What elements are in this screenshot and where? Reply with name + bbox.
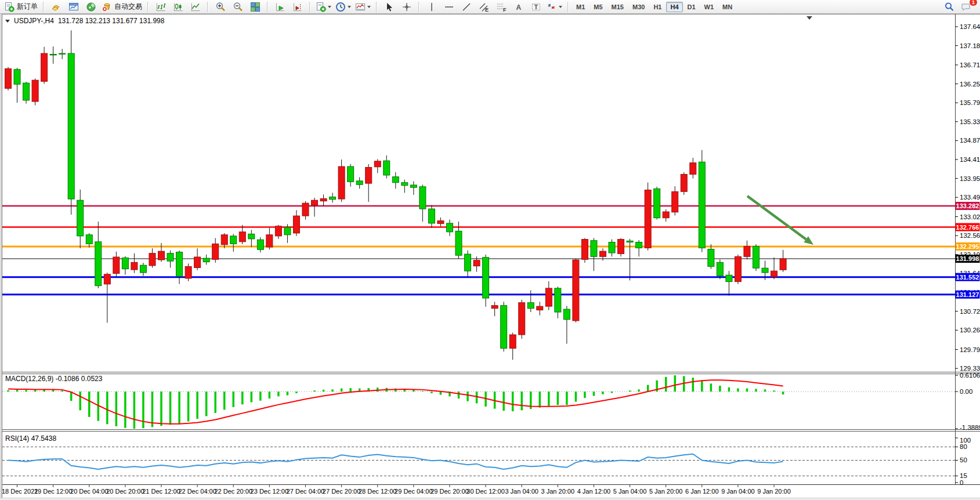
signals-button[interactable]	[82, 1, 99, 13]
candle-body-up	[374, 161, 381, 167]
level-price-label: 131.127	[956, 291, 979, 298]
candle-body-up	[113, 257, 120, 273]
timeframe-button-H1[interactable]: H1	[649, 2, 666, 12]
new-chart-button[interactable]	[314, 1, 333, 13]
zoom-out-icon	[233, 2, 243, 12]
svg-text:A: A	[516, 3, 521, 11]
bar-chart-type-button[interactable]	[152, 1, 169, 13]
toolbar-separator	[147, 2, 149, 12]
candle-body-up	[320, 198, 327, 201]
candle-body-up	[473, 260, 480, 266]
crosshair-tool-button[interactable]	[398, 1, 415, 13]
candle-body-up	[545, 288, 552, 306]
search-button[interactable]	[941, 1, 957, 13]
candle-body-up	[663, 212, 669, 218]
time-axis-label: 19 Dec 12:00	[34, 488, 72, 495]
chart-shift-icon	[292, 2, 303, 12]
timeframe-button-W1[interactable]: W1	[700, 2, 718, 12]
time-axis-label: 28 Dec 12:00	[359, 488, 396, 495]
toolbar-separator	[567, 2, 569, 12]
arrows-tool-icon	[547, 2, 557, 12]
candle-body-up	[366, 167, 372, 183]
candle-body-down	[50, 55, 56, 55]
time-axis-label: 27 Dec 20:00	[323, 488, 360, 495]
new-order-label: 新订单	[17, 2, 38, 12]
notification-badge: 1	[969, 0, 978, 6]
candle-body-down	[356, 181, 363, 184]
timeframe-button-M5[interactable]: M5	[590, 2, 606, 12]
trendline-tool-button[interactable]	[458, 1, 475, 13]
time-axis-label: 21 Dec 12:00	[142, 488, 180, 495]
candle-body-up	[104, 274, 110, 284]
candle-body-down	[203, 258, 209, 262]
candlestick-chart-type-button[interactable]	[169, 1, 186, 13]
candle-body-down	[330, 197, 336, 200]
time-axis-label: 9 Jan 04:00	[721, 488, 755, 495]
timeframe-button-H4[interactable]: H4	[666, 2, 682, 12]
candlestick-chart-icon	[173, 2, 183, 12]
timeframe-button-MN[interactable]: MN	[718, 2, 736, 12]
candle-body-up	[581, 240, 588, 260]
candle-body-down	[753, 247, 759, 269]
auto-scroll-button[interactable]	[272, 1, 288, 13]
candle-body-down	[95, 242, 102, 286]
zoom-in-button[interactable]	[212, 1, 229, 13]
cursor-icon	[384, 2, 395, 12]
candle-body-down	[348, 166, 354, 182]
level-price-label: 133.282	[956, 202, 979, 209]
arrows-tool-button[interactable]	[545, 1, 564, 13]
clock-icon	[335, 2, 346, 12]
templates-button[interactable]	[353, 1, 373, 13]
candle-body-up	[645, 190, 651, 248]
svg-text:F: F	[503, 6, 507, 12]
candle-body-down	[402, 183, 408, 186]
zoom-in-icon	[215, 2, 226, 12]
periods-button[interactable]	[334, 1, 353, 13]
line-chart-type-button[interactable]	[187, 1, 204, 13]
candle-body-down	[465, 254, 471, 271]
fibonacci-icon: F	[496, 2, 507, 12]
price-tick-label: 136.710	[960, 61, 980, 68]
candle-body-down	[167, 253, 173, 261]
timeframe-button-M30[interactable]: M30	[628, 2, 649, 12]
price-tick-label: 132.560	[960, 232, 980, 239]
candle-body-down	[86, 235, 92, 244]
symbol-dropdown-icon[interactable]	[5, 20, 10, 23]
timeframe-button-M1[interactable]: M1	[572, 2, 589, 12]
tile-windows-button[interactable]	[247, 1, 263, 13]
text-tool-icon: A	[513, 2, 524, 12]
price-tick-label: 133.950	[960, 175, 980, 182]
price-tick-label: 133.020	[960, 213, 980, 220]
text-label-tool-button[interactable]: T	[527, 1, 544, 13]
vertical-line-tool-button[interactable]	[423, 1, 440, 13]
candle-body-up	[158, 251, 165, 260]
text-label-icon: T	[531, 2, 541, 12]
price-tick-label: 134.870	[960, 137, 980, 144]
chart-shift-button[interactable]	[289, 1, 306, 13]
chart-window-button[interactable]	[65, 1, 82, 13]
timeframe-button-D1[interactable]: D1	[684, 2, 700, 12]
candle-body-up	[185, 266, 191, 278]
equidistant-channel-tool-button[interactable]: E	[475, 1, 492, 13]
crosshair-icon	[402, 2, 412, 12]
candle-body-down	[654, 189, 660, 218]
cursor-tool-button[interactable]	[381, 1, 397, 13]
price-tick-label: 137.180	[960, 42, 980, 49]
level-price-label: 132.295	[956, 243, 979, 250]
candle-body-down	[122, 258, 128, 269]
horizontal-line-tool-button[interactable]	[440, 1, 457, 13]
new-order-button[interactable]: 新订单	[2, 1, 39, 13]
fibonacci-tool-button[interactable]: F	[493, 1, 509, 13]
level-price-label: 131.552	[956, 274, 979, 281]
chat-button[interactable]: 1	[957, 1, 974, 13]
market-watch-button[interactable]	[48, 1, 64, 13]
chart-symbol-period: USDJPY-,H4	[14, 17, 54, 25]
zoom-out-button[interactable]	[229, 1, 246, 13]
toolbar-right: 1	[941, 1, 978, 13]
text-tool-button[interactable]: A	[510, 1, 527, 13]
chart-title: USDJPY-,H4 131.728 132.213 131.677 131.9…	[5, 17, 164, 25]
price-tick-label: 129.790	[960, 346, 980, 353]
auto-trading-button[interactable]: 自动交易	[100, 1, 144, 13]
window-left-edge	[0, 14, 2, 500]
timeframe-button-M15[interactable]: M15	[607, 2, 628, 12]
